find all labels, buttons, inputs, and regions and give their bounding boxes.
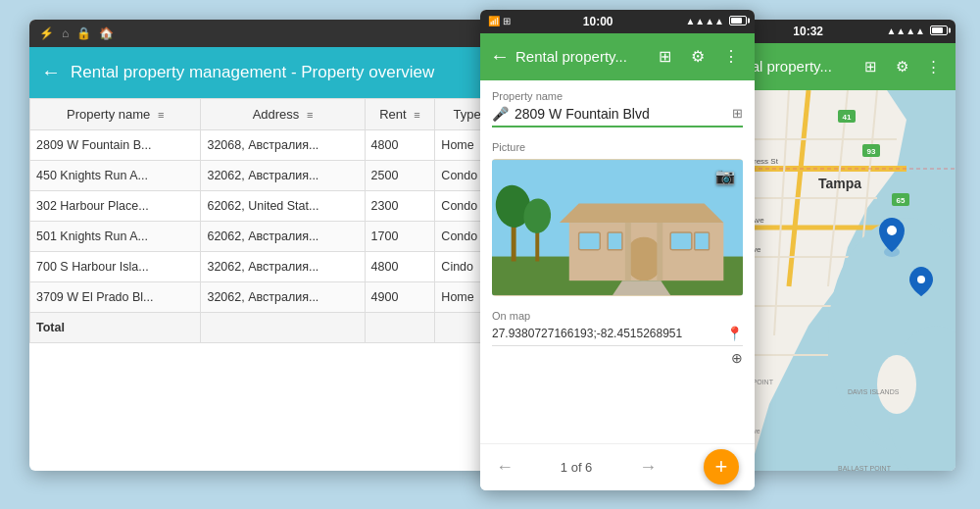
map-coords-row: 27.9380727166193;-82.4515268951 📍 [492,326,743,346]
middle-app-title: Rental property... [515,48,645,65]
picture-label: Picture [492,141,743,153]
coordinates-text: 27.9380727166193;-82.4515268951 [492,327,722,340]
svg-point-35 [887,226,897,235]
svg-text:41: 41 [843,113,852,122]
bottom-navigation: ← 1 of 6 → + [480,443,755,490]
svg-rect-8 [627,236,661,280]
left-status-bar: ⚡ ⌂ 🔒 🏠 [29,20,500,47]
table-row[interactable]: 3709 W El Prado Bl... 32062, Австралия..… [30,281,500,312]
right-clock: 10:32 [793,25,823,38]
middle-app-bar: ← Rental property... ⊞ ⚙ ⋮ [480,33,755,80]
svg-text:93: 93 [867,147,876,156]
middle-status-left-icons: 📶 ⊞ [488,16,511,26]
photo-icon: 🏠 [99,26,114,40]
more-menu-button[interactable]: ⋮ [717,43,745,71]
picture-section: Picture [492,141,743,296]
svg-text:65: 65 [897,196,906,205]
right-settings-button[interactable]: ⚙ [889,54,914,79]
cell-address-0: 32068, Австралия... [201,129,365,160]
prev-record-button[interactable]: ← [496,457,514,478]
svg-marker-15 [612,280,670,295]
middle-status-bar: 📶 ⊞ 10:00 ▲▲▲▲ [480,10,755,33]
table-row[interactable]: 302 Harbour Place... 62062, United Stat.… [30,190,500,221]
total-label: Total [30,312,201,342]
total-rent [365,312,435,342]
voice-input-icon[interactable]: ⊞ [732,106,743,121]
col-header-address[interactable]: Address ≡ [201,98,365,129]
table-row[interactable]: 2809 W Fountain B... 32068, Австралия...… [30,129,500,160]
grid-view-button[interactable]: ⊞ [651,43,678,71]
on-map-section: On map 27.9380727166193;-82.4515268951 📍… [492,310,743,366]
right-status-right-icons: ▲▲▲▲ [886,25,948,37]
svg-rect-11 [670,231,692,249]
svg-rect-12 [695,231,710,249]
cell-name-5: 3709 W El Prado Bl... [30,281,201,312]
cell-rent-3: 1700 [365,221,435,251]
svg-marker-7 [560,203,723,223]
back-button[interactable]: ← [41,61,61,83]
cell-rent-2: 2300 [365,190,435,221]
sim-icon: 📶 [488,16,500,26]
cell-rent-5: 4900 [365,281,435,312]
settings-button[interactable]: ⚙ [684,43,711,71]
property-name-input[interactable]: 🎤 2809 W Fountain Blvd ⊞ [492,106,743,127]
lock-icon: 🔒 [76,26,91,40]
svg-rect-14 [657,223,662,280]
middle-clock: 10:00 [583,15,613,28]
cell-address-1: 32062, Австралия... [201,160,365,190]
cell-address-5: 32062, Австралия... [201,281,365,312]
col-header-name[interactable]: Property name ≡ [30,98,201,129]
total-address [201,312,365,342]
wifi-icon: ⊞ [503,16,511,26]
filter-address-icon[interactable]: ≡ [307,109,313,121]
table-row[interactable]: 700 S Harbour Isla... 32062, Австралия..… [30,251,500,281]
svg-point-32 [877,355,916,414]
compass-icon[interactable]: ⊕ [492,350,743,366]
map-pin-icon[interactable]: 📍 [726,326,743,341]
usb-icon: ⚡ [39,26,54,40]
cell-name-3: 501 Knights Run A... [30,221,201,251]
home-icon: ⌂ [62,26,69,40]
svg-text:Tampa: Tampa [818,176,861,191]
cell-address-2: 62062, United Stat... [201,190,365,221]
svg-rect-9 [579,231,601,249]
cell-name-2: 302 Harbour Place... [30,190,201,221]
camera-icon[interactable]: 📷 [715,167,735,185]
cell-rent-0: 4800 [365,129,435,160]
cell-rent-4: 4800 [365,251,435,281]
property-table: Property name ≡ Address ≡ Rent ≡ Type [29,98,500,343]
middle-status-right-icons: ▲▲▲▲ [685,16,747,27]
right-battery-icon [928,25,948,37]
next-record-button[interactable]: → [639,457,657,478]
svg-text:BALLAST POINT: BALLAST POINT [838,465,892,471]
battery-icon-middle [727,16,747,27]
right-grid-button[interactable]: ⊞ [858,54,883,79]
filter-name-icon[interactable]: ≡ [158,109,164,121]
middle-phone: 📶 ⊞ 10:00 ▲▲▲▲ ← Rental property... ⊞ ⚙ … [480,10,755,490]
cell-name-0: 2809 W Fountain B... [30,129,201,160]
property-name-value: 2809 W Fountain Blvd [514,106,726,122]
right-more-button[interactable]: ⋮ [920,54,946,79]
svg-rect-13 [625,223,631,280]
cell-name-4: 700 S Harbour Isla... [30,251,201,281]
cell-rent-1: 2500 [365,160,435,190]
left-app-bar: ← Rental property management - Property … [29,47,500,98]
detail-content: Property name 🎤 2809 W Fountain Blvd ⊞ P… [480,80,755,443]
table-row[interactable]: 450 Knights Run A... 32062, Австралия...… [30,160,500,190]
cell-address-4: 32062, Австралия... [201,251,365,281]
table-row[interactable]: 501 Knights Run A... 62062, Австралия...… [30,221,500,251]
property-image[interactable]: 📷 [492,159,743,296]
middle-back-button[interactable]: ← [490,45,510,68]
table-header-row: Property name ≡ Address ≡ Rent ≡ Type [30,98,500,129]
mic-icon[interactable]: 🎤 [492,106,509,122]
col-header-rent[interactable]: Rent ≡ [365,98,435,129]
right-signal-icon: ▲▲▲▲ [886,25,925,36]
page-indicator: 1 of 6 [561,460,593,475]
cell-name-1: 450 Knights Run A... [30,160,201,190]
add-record-button[interactable]: + [704,449,739,484]
table-total-row: Total [30,312,500,342]
filter-rent-icon[interactable]: ≡ [414,109,419,121]
cell-address-3: 62062, Австралия... [201,221,365,251]
svg-text:DAVIS ISLANDS: DAVIS ISLANDS [848,388,900,395]
signal-icon: ▲▲▲▲ [685,16,724,26]
